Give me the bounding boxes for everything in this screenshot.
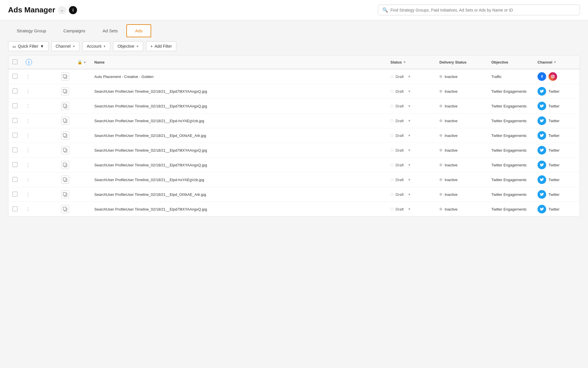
objective-filter-button[interactable]: Objective ▼ xyxy=(113,41,143,51)
row-copy-button-1[interactable] xyxy=(61,73,69,81)
row-checkbox-7[interactable] xyxy=(12,162,18,167)
status-dot-1 xyxy=(390,75,393,78)
status-dropdown-3[interactable]: ▼ xyxy=(408,104,411,108)
status-text-3: Draft xyxy=(396,104,404,108)
row-checkbox-8[interactable] xyxy=(12,177,18,182)
col-header-objective: Objective xyxy=(487,55,533,69)
row-actions-menu-9[interactable]: ⋮ xyxy=(26,192,31,197)
channel-cell-7: Twitter xyxy=(538,161,576,169)
tab-ad-sets[interactable]: Ad Sets xyxy=(94,24,127,37)
status-text-7: Draft xyxy=(396,163,404,167)
add-filter-button[interactable]: + Add Filter xyxy=(146,41,176,51)
row-checkbox-1[interactable] xyxy=(12,74,18,79)
status-dropdown-9[interactable]: ▼ xyxy=(408,193,411,196)
row-objective-6: Twitter Engagements xyxy=(487,143,533,158)
row-actions-menu-1[interactable]: ⋮ xyxy=(26,74,31,79)
row-name-10: SearchUser ProfileUser Timeline_02/18/21… xyxy=(90,202,386,217)
row-actions-menu-6[interactable]: ⋮ xyxy=(26,148,31,153)
app-title: Ads Manager xyxy=(8,5,55,14)
row-actions-menu-2[interactable]: ⋮ xyxy=(26,89,31,94)
row-objective-9: Twitter Engagements xyxy=(487,187,533,202)
tab-ads[interactable]: Ads xyxy=(126,24,151,37)
select-all-checkbox[interactable] xyxy=(12,59,18,64)
row-copy-button-8[interactable] xyxy=(61,176,69,184)
row-copy-button-10[interactable] xyxy=(61,205,69,213)
status-col-label: Status xyxy=(390,60,402,64)
delivery-dot-10 xyxy=(439,208,442,211)
app-dropdown-button[interactable]: ⌄ xyxy=(58,6,66,14)
col-header-checkbox xyxy=(8,55,22,69)
delivery-dot-5 xyxy=(439,134,442,137)
delivery-dot-1 xyxy=(439,75,442,78)
row-copy-button-9[interactable] xyxy=(61,190,69,198)
status-dropdown-7[interactable]: ▼ xyxy=(408,163,411,167)
col-header-channel[interactable]: Channel ▼ xyxy=(533,55,580,69)
delivery-text-10: Inactive xyxy=(445,207,458,211)
quick-filter-button[interactable]: ⚏ Quick Filter ▼ xyxy=(8,41,48,51)
status-text-5: Draft xyxy=(396,133,404,138)
delivery-col-label: Delivery Status xyxy=(439,60,467,64)
row-actions-menu-3[interactable]: ⋮ xyxy=(26,104,31,109)
quick-filter-label: Quick Filter xyxy=(18,44,38,49)
table-row: ⋮Auto Placement - Creative - GoldenDraft… xyxy=(8,69,580,84)
delivery-dot-9 xyxy=(439,193,442,196)
status-dot-6 xyxy=(390,149,393,152)
row-actions-menu-4[interactable]: ⋮ xyxy=(26,118,31,123)
status-dropdown-2[interactable]: ▼ xyxy=(408,90,411,93)
info-icon[interactable]: i xyxy=(69,6,77,14)
channel-cell-2: Twitter xyxy=(538,87,576,96)
row-actions-menu-7[interactable]: ⋮ xyxy=(26,163,31,168)
tab-strategy-group[interactable]: Strategy Group xyxy=(8,24,55,37)
row-copy-button-3[interactable] xyxy=(61,102,69,110)
objective-filter-label: Objective xyxy=(117,44,134,49)
twitter-label-6: Twitter xyxy=(548,148,559,153)
table-row: ⋮SearchUser ProfileUser Timeline_02/18/2… xyxy=(8,99,580,114)
header: Ads Manager ⌄ i 🔍 xyxy=(0,0,588,20)
row-name-9: SearchUser ProfileUser Timeline_02/18/21… xyxy=(90,187,386,202)
delivery-text-8: Inactive xyxy=(445,178,458,182)
svg-rect-12 xyxy=(63,133,66,137)
add-filter-label: Add Filter xyxy=(155,44,172,49)
channel-filter-button[interactable]: Channel ▼ xyxy=(51,41,80,51)
row-actions-menu-8[interactable]: ⋮ xyxy=(26,177,31,182)
row-actions-menu-5[interactable]: ⋮ xyxy=(26,133,31,138)
account-filter-button[interactable]: Account ▼ xyxy=(83,41,111,51)
svg-rect-10 xyxy=(63,119,66,122)
col-header-status[interactable]: Status ▼ xyxy=(386,55,435,69)
row-checkbox-3[interactable] xyxy=(12,103,18,108)
twitter-icon xyxy=(538,116,546,125)
row-copy-button-7[interactable] xyxy=(61,161,69,169)
row-checkbox-2[interactable] xyxy=(12,88,18,94)
row-copy-button-5[interactable] xyxy=(61,131,69,140)
status-dropdown-4[interactable]: ▼ xyxy=(408,119,411,122)
tab-campaigns[interactable]: Campaigns xyxy=(55,24,94,37)
channel-cell-6: Twitter xyxy=(538,146,576,155)
row-copy-button-6[interactable] xyxy=(61,146,69,154)
objective-arrow-icon: ▼ xyxy=(136,45,139,48)
delivery-text-4: Inactive xyxy=(445,119,458,123)
twitter-icon xyxy=(538,190,546,199)
col-header-name[interactable]: Name xyxy=(90,55,386,69)
svg-point-3 xyxy=(552,76,554,77)
row-name-4: SearchUser ProfileUser Timeline_02/18/21… xyxy=(90,114,386,128)
delivery-text-9: Inactive xyxy=(445,192,458,197)
status-dropdown-8[interactable]: ▼ xyxy=(408,178,411,181)
row-checkbox-10[interactable] xyxy=(12,206,18,211)
status-dropdown-1[interactable]: ▼ xyxy=(408,75,411,78)
row-checkbox-9[interactable] xyxy=(12,192,18,197)
status-dropdown-5[interactable]: ▼ xyxy=(408,134,411,137)
row-copy-button-2[interactable] xyxy=(61,87,69,95)
search-input[interactable] xyxy=(390,8,576,12)
row-actions-menu-10[interactable]: ⋮ xyxy=(26,207,31,212)
row-checkbox-6[interactable] xyxy=(12,147,18,153)
status-dropdown-6[interactable]: ▼ xyxy=(408,148,411,152)
row-checkbox-4[interactable] xyxy=(12,118,18,123)
row-name-1: Auto Placement - Creative - Golden xyxy=(90,69,386,84)
channel-filter-label: Channel xyxy=(56,44,71,49)
tabs-bar: Strategy Group Campaigns Ad Sets Ads xyxy=(0,20,588,37)
row-checkbox-5[interactable] xyxy=(12,133,18,138)
status-dot-3 xyxy=(390,105,393,107)
table-row: ⋮SearchUser ProfileUser Timeline_02/18/2… xyxy=(8,172,580,187)
status-dropdown-10[interactable]: ▼ xyxy=(408,207,411,211)
row-copy-button-4[interactable] xyxy=(61,117,69,125)
